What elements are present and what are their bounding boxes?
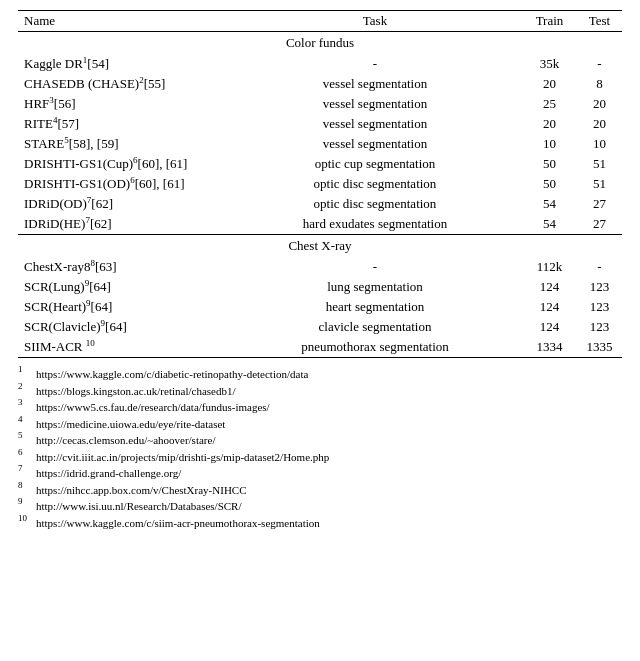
cell-name: RITE4[57] bbox=[18, 114, 228, 134]
footnote-text: https://www.kaggle.com/c/diabetic-retino… bbox=[36, 366, 308, 383]
cell-name: DRISHTI-GS1(Cup)6[60], [61] bbox=[18, 154, 228, 174]
cell-name: HRF3[56] bbox=[18, 94, 228, 114]
cell-name: IDRiD(HE)7[62] bbox=[18, 214, 228, 235]
cell-train: 10 bbox=[522, 134, 577, 154]
cell-task: vessel segmentation bbox=[228, 94, 522, 114]
cell-test: - bbox=[577, 54, 622, 74]
cell-train: 124 bbox=[522, 277, 577, 297]
cell-name: Kaggle DR1[54] bbox=[18, 54, 228, 74]
footnote-item: 9http://www.isi.uu.nl/Research/Databases… bbox=[18, 498, 622, 515]
table-row: STARE5[58], [59]vessel segmentation1010 bbox=[18, 134, 622, 154]
table-row: ChestX-ray88[63]-112k- bbox=[18, 257, 622, 277]
footnote-num: 3 bbox=[18, 400, 36, 414]
cell-name: DRISHTI-GS1(OD)6[60], [61] bbox=[18, 174, 228, 194]
cell-train: 25 bbox=[522, 94, 577, 114]
footnote-item: 3https://www5.cs.fau.de/research/data/fu… bbox=[18, 399, 622, 416]
section-header-row: Chest X-ray bbox=[18, 235, 622, 258]
footnote-text: https://www.kaggle.com/c/siim-acr-pneumo… bbox=[36, 515, 320, 532]
cell-task: optic disc segmentation bbox=[228, 194, 522, 214]
cell-task: clavicle segmentation bbox=[228, 317, 522, 337]
table-row: CHASEDB (CHASE)2[55]vessel segmentation2… bbox=[18, 74, 622, 94]
cell-task: heart segmentation bbox=[228, 297, 522, 317]
cell-task: vessel segmentation bbox=[228, 74, 522, 94]
cell-test: 51 bbox=[577, 174, 622, 194]
section-title: Color fundus bbox=[18, 32, 622, 55]
footnote-item: 2https://blogs.kingston.ac.uk/retinal/ch… bbox=[18, 383, 622, 400]
footnote-text: https://www5.cs.fau.de/research/data/fun… bbox=[36, 399, 270, 416]
cell-test: 20 bbox=[577, 94, 622, 114]
cell-train: 124 bbox=[522, 297, 577, 317]
cell-name: IDRiD(OD)7[62] bbox=[18, 194, 228, 214]
cell-task: vessel segmentation bbox=[228, 114, 522, 134]
cell-train: 1334 bbox=[522, 337, 577, 358]
footnote-item: 5http://cecas.clemson.edu/~ahoover/stare… bbox=[18, 432, 622, 449]
cell-test: 51 bbox=[577, 154, 622, 174]
cell-task: - bbox=[228, 257, 522, 277]
cell-name: SIIM-ACR 10 bbox=[18, 337, 228, 358]
cell-name: SCR(Lung)9[64] bbox=[18, 277, 228, 297]
cell-name: SCR(Clavicle)9[64] bbox=[18, 317, 228, 337]
cell-test: 8 bbox=[577, 74, 622, 94]
cell-train: 20 bbox=[522, 74, 577, 94]
cell-name: CHASEDB (CHASE)2[55] bbox=[18, 74, 228, 94]
footnote-num: 2 bbox=[18, 384, 36, 398]
cell-train: 54 bbox=[522, 214, 577, 235]
cell-name: SCR(Heart)9[64] bbox=[18, 297, 228, 317]
cell-task: hard exudates segmentation bbox=[228, 214, 522, 235]
cell-task: vessel segmentation bbox=[228, 134, 522, 154]
cell-task: lung segmentation bbox=[228, 277, 522, 297]
cell-task: optic cup segmentation bbox=[228, 154, 522, 174]
footnote-item: 7https://idrid.grand-challenge.org/ bbox=[18, 465, 622, 482]
cell-task: optic disc segmentation bbox=[228, 174, 522, 194]
footnote-num: 7 bbox=[18, 466, 36, 480]
table-row: SIIM-ACR 10pneumothorax segmentation1334… bbox=[18, 337, 622, 358]
footnote-item: 1https://www.kaggle.com/c/diabetic-retin… bbox=[18, 366, 622, 383]
table-row: DRISHTI-GS1(Cup)6[60], [61]optic cup seg… bbox=[18, 154, 622, 174]
table-row: Kaggle DR1[54]-35k- bbox=[18, 54, 622, 74]
footnote-item: 6http://cvit.iiit.ac.in/projects/mip/dri… bbox=[18, 449, 622, 466]
cell-train: 35k bbox=[522, 54, 577, 74]
col-header-name: Name bbox=[18, 11, 228, 32]
cell-test: 10 bbox=[577, 134, 622, 154]
footnote-text: https://nihcc.app.box.com/v/ChestXray-NI… bbox=[36, 482, 247, 499]
cell-test: 123 bbox=[577, 317, 622, 337]
table-row: HRF3[56]vessel segmentation2520 bbox=[18, 94, 622, 114]
footnote-num: 9 bbox=[18, 499, 36, 513]
footnote-num: 10 bbox=[18, 516, 36, 530]
cell-test: 123 bbox=[577, 277, 622, 297]
table-row: RITE4[57]vessel segmentation2020 bbox=[18, 114, 622, 134]
footnote-item: 10https://www.kaggle.com/c/siim-acr-pneu… bbox=[18, 515, 622, 532]
table-row: SCR(Clavicle)9[64]clavicle segmentation1… bbox=[18, 317, 622, 337]
footnote-num: 6 bbox=[18, 450, 36, 464]
cell-test: 123 bbox=[577, 297, 622, 317]
table-row: SCR(Lung)9[64]lung segmentation124123 bbox=[18, 277, 622, 297]
footnote-num: 5 bbox=[18, 433, 36, 447]
footnote-num: 4 bbox=[18, 417, 36, 431]
footnote-text: http://cecas.clemson.edu/~ahoover/stare/ bbox=[36, 432, 215, 449]
cell-train: 54 bbox=[522, 194, 577, 214]
cell-task: - bbox=[228, 54, 522, 74]
cell-test: 27 bbox=[577, 214, 622, 235]
footnote-text: http://cvit.iiit.ac.in/projects/mip/dris… bbox=[36, 449, 329, 466]
col-header-train: Train bbox=[522, 11, 577, 32]
cell-train: 124 bbox=[522, 317, 577, 337]
footnote-text: https://medicine.uiowa.edu/eye/rite-data… bbox=[36, 416, 225, 433]
dataset-table: Name Task Train Test Color fundusKaggle … bbox=[18, 10, 622, 358]
footnote-num: 1 bbox=[18, 367, 36, 381]
col-header-test: Test bbox=[577, 11, 622, 32]
section-header-row: Color fundus bbox=[18, 32, 622, 55]
footnote-item: 8https://nihcc.app.box.com/v/ChestXray-N… bbox=[18, 482, 622, 499]
cell-test: - bbox=[577, 257, 622, 277]
table-row: DRISHTI-GS1(OD)6[60], [61]optic disc seg… bbox=[18, 174, 622, 194]
cell-train: 20 bbox=[522, 114, 577, 134]
footnote-item: 4https://medicine.uiowa.edu/eye/rite-dat… bbox=[18, 416, 622, 433]
footnote-text: https://idrid.grand-challenge.org/ bbox=[36, 465, 181, 482]
col-header-task: Task bbox=[228, 11, 522, 32]
footnote-text: http://www.isi.uu.nl/Research/Databases/… bbox=[36, 498, 242, 515]
cell-test: 27 bbox=[577, 194, 622, 214]
section-title: Chest X-ray bbox=[18, 235, 622, 258]
cell-task: pneumothorax segmentation bbox=[228, 337, 522, 358]
cell-name: ChestX-ray88[63] bbox=[18, 257, 228, 277]
cell-train: 50 bbox=[522, 174, 577, 194]
cell-train: 112k bbox=[522, 257, 577, 277]
